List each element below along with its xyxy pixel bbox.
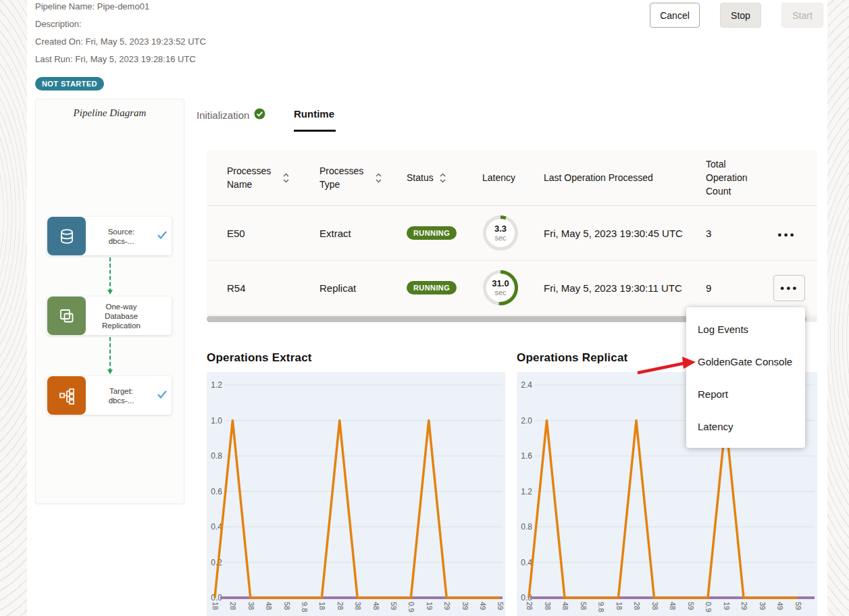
operations-extract-chart: 0.00.20.40.60.81.01.218283848589.8182838… xyxy=(207,372,505,616)
svg-text:2.0: 2.0 xyxy=(521,416,532,426)
start-button-disabled[interactable]: Start xyxy=(781,3,823,28)
svg-text:0.4: 0.4 xyxy=(521,558,532,567)
svg-text:48: 48 xyxy=(372,602,380,610)
svg-text:19: 19 xyxy=(426,602,434,610)
sort-icon[interactable] xyxy=(375,172,382,184)
column-header-last-operation: Last Operation Processed xyxy=(544,171,706,184)
topology-icon xyxy=(47,376,86,415)
last-operation-processed: Fri, May 5, 2023 19:30:45 UTC xyxy=(544,228,706,239)
svg-text:2.4: 2.4 xyxy=(521,380,532,390)
latency-value: 3.3 xyxy=(482,224,519,234)
last-run-label: Last Run: xyxy=(35,54,73,64)
menu-item-report[interactable]: Report xyxy=(686,378,805,410)
node-label: Target: dbcs-... xyxy=(86,386,157,405)
svg-text:38: 38 xyxy=(651,602,659,610)
svg-text:59: 59 xyxy=(794,602,802,610)
process-type: Replicat xyxy=(319,282,407,294)
svg-text:0.2: 0.2 xyxy=(211,558,222,567)
menu-item-log-events[interactable]: Log Events xyxy=(686,313,805,345)
created-on-line: Created On: Fri, May 5, 2023 19:23:52 UT… xyxy=(35,36,206,47)
latency-unit: sec xyxy=(482,234,519,242)
tab-runtime[interactable]: Runtime xyxy=(294,108,334,120)
table-row-e50: E50 Extract RUNNING 3.3 sec Fri, May 5, … xyxy=(207,206,817,261)
pipeline-node-source[interactable]: Source: dbcs-... xyxy=(47,217,172,255)
status-running-badge: RUNNING xyxy=(407,226,457,240)
menu-item-goldengate-console[interactable]: GoldenGate Console xyxy=(686,345,805,378)
pipeline-diagram-panel: Pipeline Diagram Source: dbcs-... One-wa… xyxy=(35,99,184,504)
svg-text:18: 18 xyxy=(211,602,220,610)
last-run-value: Fri, May 5, 2023 19:28:16 UTC xyxy=(75,54,195,64)
created-on-label: Created On: xyxy=(35,36,83,47)
latency-value: 31.0 xyxy=(482,278,519,288)
process-name: R54 xyxy=(227,282,319,294)
svg-text:9.8: 9.8 xyxy=(597,602,605,612)
column-header-total-operation-count: Total Operation Count xyxy=(706,157,777,198)
svg-text:9.8: 9.8 xyxy=(301,602,309,612)
menu-item-latency[interactable]: Latency xyxy=(686,410,805,442)
svg-text:39: 39 xyxy=(758,602,767,610)
row-actions-ellipsis-button-active[interactable]: ●●● xyxy=(773,275,805,301)
svg-text:1.0: 1.0 xyxy=(211,416,222,426)
svg-text:1.2: 1.2 xyxy=(521,487,532,496)
sort-icon[interactable] xyxy=(439,172,446,184)
tab-label: Initialization xyxy=(197,109,249,121)
tab-initialization[interactable]: Initialization xyxy=(197,108,265,122)
column-header-latency: Latency xyxy=(482,171,544,184)
svg-text:59: 59 xyxy=(496,602,505,610)
active-tab-underline xyxy=(294,130,336,132)
chart-title-operations-extract: Operations Extract xyxy=(207,351,312,365)
svg-text:29: 29 xyxy=(740,602,748,610)
connector-arrow-icon xyxy=(109,257,112,292)
red-annotation-arrow xyxy=(628,353,702,382)
svg-text:38: 38 xyxy=(247,602,255,610)
stop-button[interactable]: Stop xyxy=(720,3,761,28)
column-header-processes-name[interactable]: Processes Name xyxy=(227,164,319,191)
total-operation-count: 3 xyxy=(706,228,777,239)
svg-text:1.6: 1.6 xyxy=(521,451,532,461)
svg-text:1.2: 1.2 xyxy=(211,380,222,390)
pipeline-node-replication[interactable]: One-way Database Replication xyxy=(47,297,172,335)
latency-unit: sec xyxy=(482,288,519,297)
svg-text:39: 39 xyxy=(461,602,469,610)
latency-gauge: 3.3 sec xyxy=(482,215,519,251)
sort-icon[interactable] xyxy=(282,172,290,184)
svg-text:48: 48 xyxy=(561,602,569,610)
last-run-line: Last Run: Fri, May 5, 2023 19:28:16 UTC xyxy=(35,54,196,64)
database-icon xyxy=(47,217,86,255)
svg-text:48: 48 xyxy=(669,602,677,610)
column-header-status[interactable]: Status xyxy=(407,171,482,184)
row-actions-ellipsis-icon[interactable]: ●●● xyxy=(777,230,796,238)
app-window: { "header": { "pipeline_name_label": "Pi… xyxy=(0,0,849,616)
svg-text:49: 49 xyxy=(479,602,487,610)
check-icon xyxy=(157,230,172,242)
svg-text:58: 58 xyxy=(580,602,588,610)
svg-text:0.9: 0.9 xyxy=(407,602,415,612)
svg-text:0.6: 0.6 xyxy=(211,487,222,496)
process-name: E50 xyxy=(227,228,319,239)
cancel-button[interactable]: Cancel xyxy=(650,3,700,28)
svg-text:29: 29 xyxy=(443,602,451,610)
replication-copy-icon xyxy=(47,297,86,335)
column-header-processes-type[interactable]: Processes Type xyxy=(319,164,407,191)
svg-text:38: 38 xyxy=(354,602,362,610)
svg-text:28: 28 xyxy=(229,602,237,610)
chart-title-operations-replicat: Operations Replicat xyxy=(517,351,627,365)
svg-text:0.8: 0.8 xyxy=(521,522,532,532)
svg-text:0.8: 0.8 xyxy=(211,451,222,461)
svg-text:28: 28 xyxy=(336,602,344,610)
svg-text:49: 49 xyxy=(776,602,784,610)
created-on-value: Fri, May 5, 2023 19:23:52 UTC xyxy=(85,36,205,47)
pipeline-node-target[interactable]: Target: dbcs-... xyxy=(47,376,172,415)
processes-table: Processes Name Processes Type Status Lat… xyxy=(207,150,817,315)
completed-check-icon xyxy=(254,108,265,122)
svg-text:58: 58 xyxy=(283,602,291,610)
svg-text:38: 38 xyxy=(544,602,552,610)
connector-arrow-icon xyxy=(109,337,112,372)
svg-text:0.9: 0.9 xyxy=(704,602,713,612)
status-running-badge: RUNNING xyxy=(407,281,457,294)
svg-text:28: 28 xyxy=(633,602,641,610)
tab-label: Runtime xyxy=(294,108,334,120)
row-actions-menu: Log Events GoldenGate Console Report Lat… xyxy=(686,307,805,448)
svg-text:48: 48 xyxy=(265,602,273,610)
node-label: Source: dbcs-... xyxy=(86,227,157,246)
